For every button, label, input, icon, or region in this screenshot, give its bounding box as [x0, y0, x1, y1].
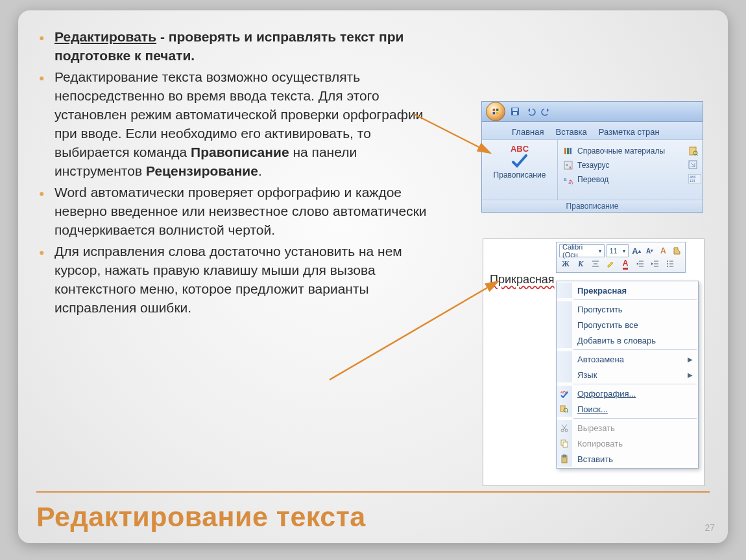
menu-suggestion[interactable]: Прекрасная: [557, 283, 698, 298]
center-align-icon[interactable]: [589, 257, 602, 270]
svg-point-32: [667, 261, 668, 262]
svg-rect-47: [563, 442, 568, 447]
svg-text:あ: あ: [568, 179, 573, 185]
bullet-4: Для исправления слова достаточно установ…: [36, 242, 439, 317]
reference-label: Справочные материалы: [577, 146, 665, 156]
bullet-2-bold1: Правописание: [191, 145, 289, 159]
bullet-1: Редактировать - проверять и исправлять т…: [36, 27, 439, 65]
bullet-list: Редактировать - проверять и исправлять т…: [36, 27, 439, 320]
svg-point-34: [667, 263, 668, 264]
abc-label: ABC: [511, 144, 529, 154]
office-icon: [491, 107, 500, 116]
tab-insert[interactable]: Вставка: [554, 124, 588, 139]
highlight-icon[interactable]: [604, 257, 617, 270]
spelling-button[interactable]: ABC Правописание: [482, 140, 558, 200]
cut-icon: [557, 420, 572, 436]
copy-icon: [557, 436, 572, 451]
redo-icon[interactable]: [540, 106, 552, 117]
font-size-value: 11: [610, 247, 618, 255]
research-icon: [688, 146, 699, 156]
menu-autocorrect[interactable]: Автозамена▶: [557, 351, 698, 367]
svg-rect-3: [493, 112, 496, 115]
font-name-value: Calibri (Осн: [562, 243, 599, 259]
ribbon-body: ABC Правописание Справочные материалы aá…: [482, 140, 703, 200]
svg-rect-4: [496, 112, 499, 115]
tab-home[interactable]: Главная: [511, 124, 545, 139]
styles-icon[interactable]: A: [658, 244, 669, 257]
svg-rect-7: [513, 112, 517, 115]
find-icon: [557, 401, 572, 417]
reference-materials-button[interactable]: Справочные материалы: [563, 144, 699, 158]
menu-language[interactable]: Язык▶: [557, 367, 698, 382]
svg-rect-2: [496, 109, 499, 111]
undo-icon[interactable]: [525, 106, 536, 117]
slide-title: Редактирование текста: [36, 501, 366, 533]
svg-line-13: [697, 154, 698, 156]
grow-font-icon[interactable]: A▴: [631, 244, 642, 257]
svg-point-36: [667, 266, 668, 267]
spelling-label: Правописание: [494, 170, 546, 180]
svg-rect-6: [512, 108, 518, 111]
document-area: Calibri (Осн▾ 11▾ A▴ A▾ A Ж К A Прикрасн…: [483, 239, 704, 486]
ribbon-group-caption: Правописание: [482, 200, 703, 212]
svg-rect-9: [567, 148, 569, 154]
decrease-indent-icon[interactable]: [634, 257, 647, 270]
ribbon-panel: Главная Вставка Разметка стран ABC Право…: [481, 101, 703, 213]
svg-rect-8: [564, 148, 566, 154]
bullet-2-bold2: Рецензирование: [146, 163, 258, 178]
menu-paste[interactable]: Вставить: [557, 451, 698, 467]
thesaurus-icon: aá: [563, 160, 573, 170]
translate-label: Перевод: [577, 175, 608, 184]
office-button[interactable]: [486, 102, 505, 121]
svg-rect-10: [570, 148, 572, 154]
bullet-2: Редактирование текста возможно осуществл…: [36, 67, 439, 180]
svg-text:a: a: [564, 176, 567, 182]
context-menu: Прекрасная Пропустить Пропустить все Доб…: [556, 281, 699, 469]
books-icon: [563, 146, 573, 156]
translate-icon: aあ: [563, 174, 573, 185]
abc123-icon: ABC123: [688, 174, 699, 185]
menu-cut[interactable]: Вырезать: [557, 420, 698, 436]
thesaurus-label: Тезаурус: [577, 161, 609, 170]
tab-layout[interactable]: Разметка стран: [597, 124, 661, 139]
increase-indent-icon[interactable]: [649, 257, 662, 270]
font-name-box[interactable]: Calibri (Осн▾: [559, 244, 605, 257]
translate-button[interactable]: aあ Перевод ABC123: [563, 172, 699, 187]
menu-skip-all[interactable]: Пропустить все: [557, 317, 698, 332]
bullets-icon[interactable]: [664, 257, 677, 270]
misspelled-text: Прикрасная: [490, 273, 555, 286]
divider-line: [36, 491, 710, 493]
svg-text:ABC: ABC: [560, 390, 569, 394]
menu-spelling[interactable]: ABC Орфография...: [557, 386, 698, 401]
svg-line-41: [567, 412, 568, 413]
italic-icon[interactable]: К: [574, 257, 587, 270]
bold-icon[interactable]: Ж: [559, 257, 572, 270]
svg-rect-1: [493, 109, 496, 111]
shrink-font-icon[interactable]: A▾: [644, 244, 656, 257]
ribbon-tabs: Главная Вставка Разметка стран: [482, 122, 703, 140]
svg-text:123: 123: [690, 179, 695, 183]
font-color-icon[interactable]: A: [619, 257, 632, 270]
menu-skip[interactable]: Пропустить: [557, 301, 698, 317]
bullet-1-lead: Редактировать: [54, 29, 156, 44]
save-icon[interactable]: [509, 106, 521, 117]
abc-check-icon: ABC Правописание: [482, 144, 557, 180]
menu-copy[interactable]: Копировать: [557, 436, 698, 451]
ribbon-group-right: Справочные материалы aá Тезаурус aあ Пере…: [558, 140, 703, 200]
ribbon-title-bar: [482, 102, 703, 122]
slide: Редактировать - проверять и исправлять т…: [18, 10, 728, 543]
mini-toolbar: Calibri (Осн▾ 11▾ A▴ A▾ A Ж К A: [556, 242, 686, 273]
spelling-check-icon: ABC: [557, 386, 572, 401]
menu-add-dictionary[interactable]: Добавить в словарь: [557, 332, 698, 348]
svg-rect-49: [563, 455, 566, 457]
font-size-box[interactable]: 11▾: [607, 244, 629, 257]
dialog-launcher-icon[interactable]: [688, 160, 699, 170]
menu-find[interactable]: Поиск...: [557, 401, 698, 417]
paste-icon: [557, 451, 572, 467]
bullet-3: Word автоматически проверяет орфографию …: [36, 183, 439, 239]
bullet-2-end: .: [258, 163, 262, 178]
page-number: 27: [704, 522, 715, 533]
format-painter-icon[interactable]: [671, 244, 682, 257]
misspelled-word[interactable]: Прикрасная: [490, 273, 555, 286]
thesaurus-button[interactable]: aá Тезаурус: [563, 158, 699, 172]
